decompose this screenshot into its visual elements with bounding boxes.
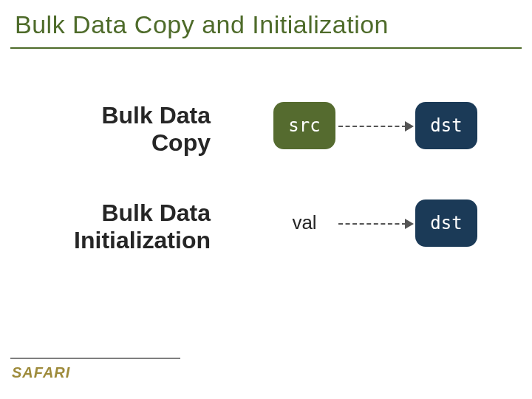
row-label-line1: Bulk Data: [101, 102, 211, 129]
arrow-head-icon: [405, 219, 414, 229]
row-label-copy: Bulk Data Copy: [18, 102, 211, 157]
src-chip: src: [273, 102, 335, 149]
title-rule: [10, 47, 522, 49]
dst-chip-copy: dst: [415, 102, 477, 149]
arrow-head-icon: [405, 121, 414, 132]
row-label-init: Bulk Data Initialization: [18, 200, 211, 254]
footer-rule: [10, 358, 180, 359]
dst-chip-text: dst: [430, 115, 462, 136]
arrow-init: [338, 222, 420, 226]
arrow-shaft: [338, 223, 406, 225]
val-text: val: [281, 211, 328, 234]
row-label-line2: Copy: [151, 129, 211, 156]
footer-brand: SAFARI: [12, 364, 70, 381]
row-label-line2: Initialization: [74, 227, 211, 253]
arrow-copy: [338, 124, 420, 129]
dst-chip-init: dst: [415, 200, 477, 247]
arrow-shaft: [338, 126, 406, 127]
slide-title: Bulk Data Copy and Initialization: [15, 10, 389, 39]
row-label-line1: Bulk Data: [101, 200, 211, 226]
dst-chip-text: dst: [430, 213, 462, 233]
src-chip-text: src: [288, 115, 320, 136]
